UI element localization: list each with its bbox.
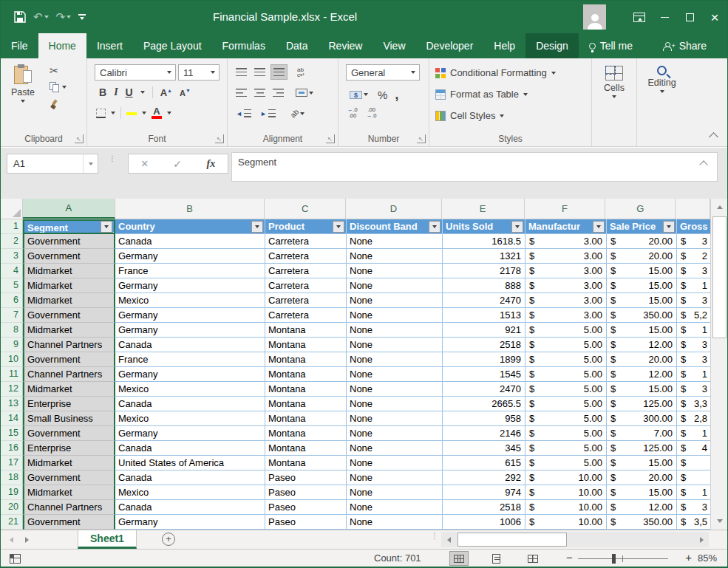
cell-product[interactable]: Carretera <box>265 249 347 264</box>
cell-country[interactable]: Canada <box>115 234 265 249</box>
horizontal-scrollbar-thumb[interactable] <box>457 533 567 547</box>
next-sheet-button[interactable] <box>25 537 29 543</box>
clipboard-dialog-launcher[interactable]: ↘ <box>75 134 84 143</box>
cell-sale-price[interactable]: $15.00 <box>607 264 677 278</box>
cell-segment[interactable]: Channel Partners <box>23 500 115 515</box>
cell-sale-price[interactable]: $15.00 <box>607 382 677 397</box>
tab-insert[interactable]: Insert <box>86 33 133 58</box>
row-header-19[interactable]: 19 <box>1 485 23 500</box>
cell-country[interactable]: Mexico <box>115 411 265 426</box>
cell-discount-band[interactable]: None <box>347 264 443 278</box>
cell-segment[interactable]: Midmarket <box>23 323 115 338</box>
cell-sale-price[interactable]: $15.00 <box>607 456 677 471</box>
cell-units-sold[interactable]: 2146 <box>443 426 525 441</box>
cell-segment[interactable]: Government <box>23 352 115 367</box>
scroll-up-button[interactable] <box>712 199 727 215</box>
collapse-ribbon-button[interactable] <box>709 132 718 142</box>
cell-country[interactable]: Germany <box>115 426 265 441</box>
cell-sale-price[interactable]: $350.00 <box>607 308 677 323</box>
cell-units-sold[interactable]: 958 <box>443 411 525 426</box>
zoom-level[interactable]: 85% <box>698 552 717 564</box>
cell-sale-price[interactable]: $20.00 <box>607 249 677 264</box>
cell-manufacturing-price[interactable]: $3.00 <box>525 249 607 264</box>
filter-dropdown-button[interactable] <box>333 221 344 233</box>
cell-manufacturing-price[interactable]: $10.00 <box>525 485 607 500</box>
row-header-20[interactable]: 20 <box>1 500 23 515</box>
merge-center-button[interactable] <box>293 85 316 100</box>
format-as-table-button[interactable]: Format as Table <box>429 83 591 105</box>
cancel-button[interactable]: × <box>141 157 149 171</box>
cell-manufacturing-price[interactable]: $5.00 <box>525 411 607 426</box>
header-cell-gross[interactable]: Gross <box>677 219 710 234</box>
cell-segment[interactable]: Channel Partners <box>23 338 115 352</box>
cell-units-sold[interactable]: 1545 <box>443 367 525 382</box>
increase-font-size-button[interactable]: A▲ <box>160 87 172 98</box>
cell-segment[interactable]: Enterprise <box>23 397 115 411</box>
cell-product[interactable]: Montana <box>265 323 347 338</box>
cell-manufacturing-price[interactable]: $3.00 <box>525 293 607 308</box>
font-name-combo[interactable]: Calibri <box>95 64 176 81</box>
redo-dropdown-icon[interactable] <box>67 16 71 18</box>
cell-country[interactable]: Germany <box>115 278 265 293</box>
cell-discount-band[interactable]: None <box>347 352 443 367</box>
align-left-button[interactable] <box>234 85 249 100</box>
cell-product[interactable]: Montana <box>265 352 347 367</box>
new-sheet-button[interactable]: + <box>162 533 175 546</box>
cell-segment[interactable]: Small Business <box>23 411 115 426</box>
cell-discount-band[interactable]: None <box>347 411 443 426</box>
cell-units-sold[interactable]: 2470 <box>443 382 525 397</box>
tab-formulas[interactable]: Formulas <box>212 33 276 58</box>
filter-dropdown-button[interactable] <box>429 221 440 233</box>
row-header-3[interactable]: 3 <box>1 249 23 264</box>
select-all-corner[interactable] <box>1 199 23 219</box>
filter-dropdown-button[interactable] <box>511 221 523 233</box>
borders-dropdown-icon[interactable] <box>111 112 115 114</box>
cell-discount-band[interactable]: None <box>347 234 443 249</box>
cell-country[interactable]: Canada <box>115 471 265 485</box>
redo-button[interactable]: ↷ <box>56 10 72 24</box>
previous-sheet-button[interactable] <box>10 537 13 543</box>
number-dialog-launcher[interactable]: ↘ <box>417 134 426 143</box>
name-box[interactable]: A1 <box>7 154 98 174</box>
row-header-18[interactable]: 18 <box>1 471 23 485</box>
cell-segment[interactable]: Channel Partners <box>23 367 115 382</box>
cell-gross-sales-clipped[interactable]: $2 <box>677 249 710 264</box>
cell-country[interactable]: Germany <box>115 308 265 323</box>
align-center-button[interactable] <box>252 85 268 100</box>
save-icon[interactable] <box>14 11 26 23</box>
row-header-6[interactable]: 6 <box>1 293 23 308</box>
cell-gross-sales-clipped[interactable]: $ <box>677 456 710 471</box>
orientation-button[interactable]: ab <box>288 106 307 121</box>
row-header-13[interactable]: 13 <box>1 397 23 411</box>
cell-product[interactable]: Carretera <box>265 234 347 249</box>
decrease-decimal-button[interactable]: .00→.0 <box>367 107 377 119</box>
decrease-font-size-button[interactable]: A▼ <box>180 88 191 97</box>
cell-units-sold[interactable]: 292 <box>443 471 525 485</box>
cell-country[interactable]: Germany <box>115 249 265 264</box>
row-header-1[interactable]: 1 <box>1 219 23 234</box>
cell-units-sold[interactable]: 2470 <box>443 293 525 308</box>
cell-gross-sales-clipped[interactable]: $3 <box>677 264 710 278</box>
cell-manufacturing-price[interactable]: $5.00 <box>525 352 607 367</box>
header-cell-country[interactable]: Country <box>115 219 265 234</box>
row-header-16[interactable]: 16 <box>1 441 23 456</box>
cell-discount-band[interactable]: None <box>347 338 443 352</box>
name-box-dropdown-icon[interactable] <box>83 154 98 173</box>
row-header-2[interactable]: 2 <box>1 234 23 249</box>
cell-manufacturing-price[interactable]: $10.00 <box>525 500 607 515</box>
comma-style-button[interactable]: , <box>395 86 398 103</box>
cell-discount-band[interactable]: None <box>347 485 443 500</box>
cell-units-sold[interactable]: 2518 <box>443 500 525 515</box>
borders-icon[interactable] <box>96 109 106 118</box>
cell-gross-sales-clipped[interactable]: $1 <box>677 485 710 500</box>
cell-A1-selected[interactable]: Segment <box>23 219 115 234</box>
minimize-button[interactable] <box>652 1 677 33</box>
cell-manufacturing-price[interactable]: $5.00 <box>525 397 607 411</box>
bold-button[interactable]: B <box>99 86 106 98</box>
cell-manufacturing-price[interactable]: $5.00 <box>525 382 607 397</box>
cell-discount-band[interactable]: None <box>347 515 443 530</box>
expand-formula-bar-icon[interactable] <box>699 160 707 168</box>
column-header-A[interactable]: A <box>23 199 115 219</box>
decrease-indent-button[interactable]: ◄ <box>234 106 254 121</box>
cell-sale-price[interactable]: $300.00 <box>607 411 677 426</box>
